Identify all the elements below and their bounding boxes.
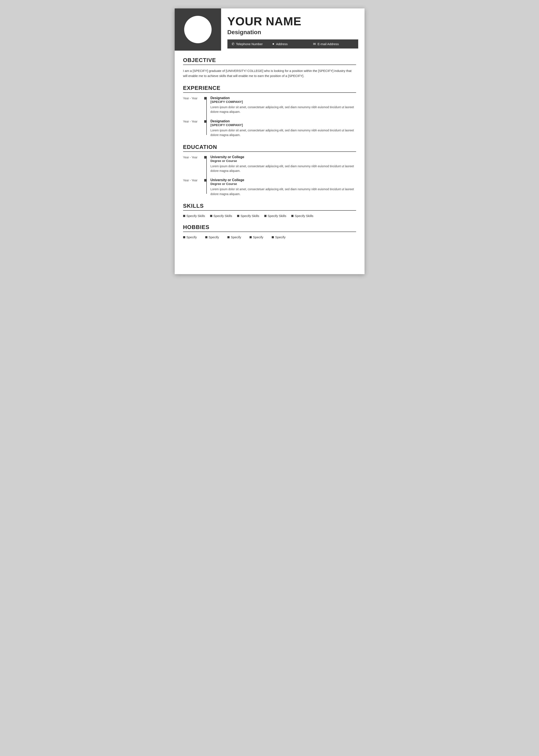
edu-institution-2: University or College — [210, 178, 356, 182]
skill-bullet-icon — [237, 215, 239, 217]
candidate-designation: Designation — [227, 29, 358, 35]
location-icon: ● — [272, 42, 274, 46]
experience-year-2: Year - Year — [183, 119, 204, 123]
education-timeline: Year - Year University or College Degree… — [183, 155, 356, 196]
hobby-label-3: Specify — [231, 235, 241, 239]
hobby-bullet-icon — [183, 236, 185, 238]
edu-year-2: Year - Year — [183, 178, 204, 182]
objective-section: OBJECTIVE I am a [SPECIFY] graduate of [… — [183, 57, 356, 78]
skill-label-5: Specify Skills — [295, 214, 313, 218]
exp-designation-2: Designation — [210, 119, 356, 123]
experience-content-2: Designation [SPECIFY COMPANY] Lorem ipsu… — [210, 119, 356, 137]
list-item: Specify Skills — [264, 214, 286, 218]
experience-year-1: Year - Year — [183, 96, 204, 100]
timeline-dot-1 — [204, 97, 207, 100]
skill-label-1: Specify Skills — [187, 214, 205, 218]
list-item: Specify Skills — [291, 214, 313, 218]
phone-icon: ✆ — [232, 42, 234, 46]
skill-bullet-icon — [264, 215, 267, 217]
table-row: Year - Year Designation [SPECIFY COMPANY… — [183, 96, 356, 114]
objective-text: I am a [SPECIFY] graduate of [UNIVERSITY… — [183, 68, 356, 78]
header-right-panel: YOUR NAME Designation ✆ Telephone Number… — [221, 8, 364, 51]
timeline-dot-2 — [204, 120, 207, 123]
hobby-bullet-icon — [272, 236, 274, 238]
list-item: Specify — [272, 235, 285, 239]
hobby-bullet-icon — [227, 236, 230, 238]
edu-dot-2 — [204, 179, 207, 181]
contact-phone: ✆ Telephone Number — [232, 42, 272, 46]
exp-company-2: [SPECIFY COMPANY] — [210, 123, 356, 127]
exp-description-1: Lorem ipsum dolor sit amet, consectetuer… — [210, 105, 356, 114]
email-text: E-mail Address — [318, 42, 339, 46]
experience-title: EXPERIENCE — [183, 85, 356, 93]
avatar — [184, 16, 212, 43]
contact-email: ✉ E-mail Address — [313, 42, 354, 46]
hobby-label-4: Specify — [253, 235, 263, 239]
edu-year-1: Year - Year — [183, 155, 204, 159]
edu-description-1: Lorem ipsum dolor sit amet, consectetuer… — [210, 164, 356, 173]
header: YOUR NAME Designation ✆ Telephone Number… — [175, 8, 364, 51]
address-text: Address — [276, 42, 288, 46]
skills-title: SKILLS — [183, 203, 356, 211]
contact-bar: ✆ Telephone Number ● Address ✉ E-mail Ad… — [227, 39, 358, 48]
phone-number: Telephone Number — [236, 42, 263, 46]
education-section: EDUCATION Year - Year University or Coll… — [183, 144, 356, 196]
edu-dot-1 — [204, 156, 207, 159]
list-item: Specify Skills — [210, 214, 232, 218]
list-item: Specify Skills — [183, 214, 205, 218]
edu-degree-2: Degree or Course — [210, 182, 356, 185]
skills-section: SKILLS Specify Skills Specify Skills Spe… — [183, 203, 356, 218]
hobbies-section: HOBBIES Specify Specify Specify Specify — [183, 224, 356, 239]
edu-description-2: Lorem ipsum dolor sit amet, consectetuer… — [210, 187, 356, 196]
hobby-bullet-icon — [205, 236, 207, 238]
skill-bullet-icon — [183, 215, 185, 217]
skills-list: Specify Skills Specify Skills Specify Sk… — [183, 214, 356, 218]
table-row: Year - Year Designation [SPECIFY COMPANY… — [183, 119, 356, 137]
table-row: Year - Year University or College Degree… — [183, 178, 356, 196]
table-row: Year - Year University or College Degree… — [183, 155, 356, 173]
exp-designation-1: Designation — [210, 96, 356, 100]
edu-content-1: University or College Degree or Course L… — [210, 155, 356, 173]
hobby-label-2: Specify — [209, 235, 219, 239]
list-item: Specify — [183, 235, 197, 239]
contact-address: ● Address — [272, 42, 313, 46]
exp-company-1: [SPECIFY COMPANY] — [210, 100, 356, 103]
list-item: Specify — [205, 235, 219, 239]
experience-content-1: Designation [SPECIFY COMPANY] Lorem ipsu… — [210, 96, 356, 114]
candidate-name: YOUR NAME — [227, 15, 358, 28]
hobby-label-5: Specify — [275, 235, 285, 239]
skill-label-3: Specify Skills — [241, 214, 259, 218]
main-content: OBJECTIVE I am a [SPECIFY] graduate of [… — [175, 51, 364, 251]
list-item: Specify — [227, 235, 241, 239]
hobbies-title: HOBBIES — [183, 224, 356, 232]
skill-bullet-icon — [210, 215, 212, 217]
exp-description-2: Lorem ipsum dolor sit amet, consectetuer… — [210, 128, 356, 137]
skill-label-4: Specify Skills — [268, 214, 286, 218]
skill-bullet-icon — [291, 215, 293, 217]
header-left-panel — [175, 8, 221, 51]
hobby-label-1: Specify — [187, 235, 197, 239]
hobbies-list: Specify Specify Specify Specify Specify — [183, 235, 356, 239]
list-item: Specify — [250, 235, 263, 239]
skill-label-2: Specify Skills — [213, 214, 232, 218]
experience-section: EXPERIENCE Year - Year Designation [SPEC… — [183, 85, 356, 137]
email-icon: ✉ — [313, 42, 316, 46]
experience-timeline: Year - Year Designation [SPECIFY COMPANY… — [183, 96, 356, 137]
resume-page: YOUR NAME Designation ✆ Telephone Number… — [175, 8, 364, 274]
hobby-bullet-icon — [250, 236, 252, 238]
objective-title: OBJECTIVE — [183, 57, 356, 65]
edu-institution-1: University or College — [210, 155, 356, 159]
education-title: EDUCATION — [183, 144, 356, 152]
list-item: Specify Skills — [237, 214, 259, 218]
edu-content-2: University or College Degree or Course L… — [210, 178, 356, 196]
edu-degree-1: Degree or Course — [210, 159, 356, 163]
